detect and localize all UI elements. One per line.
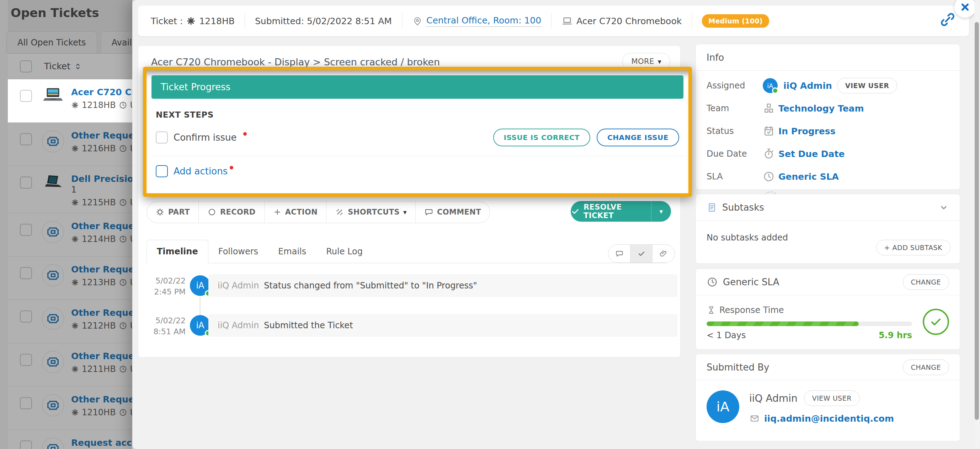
subtasks-list-icon [706,202,717,213]
divider [692,13,692,29]
add-actions-checkbox[interactable] [156,165,168,177]
open-tickets-sidebar: Open Tickets All Open Tickets Available … [0,0,132,449]
due-date-label: Due Date [706,149,763,159]
submitter-email-link[interactable]: iiq.admin@incidentiq.com [764,414,894,424]
avatar: iA [706,390,739,423]
confirm-issue-label: Confirm issue [173,132,237,143]
divider [245,13,245,29]
ticket-number-icon [186,16,196,25]
comment-label: COMMENT [437,208,481,216]
plus-icon [273,208,282,216]
set-due-date-link[interactable]: Set Due Date [778,149,845,159]
view-user-button[interactable]: VIEW USER [837,78,897,94]
ticket-row-id: 1218HB [82,100,116,110]
caret-down-icon: ▾ [403,208,407,216]
resolve-ticket-button[interactable]: RESOLVE TICKET ▾ [571,201,671,222]
ticket-progress-header: Ticket Progress [151,75,683,99]
tab-emails[interactable]: Emails [268,240,316,263]
sla-label: SLA [706,171,763,181]
assigned-user-link[interactable]: iiQ Admin [783,81,832,91]
tab-rule-log[interactable]: Rule Log [316,240,373,263]
timeline-time: 8:51 AM [139,326,186,337]
part-button[interactable]: PART [147,201,199,223]
subtasks-card: Subtasks No subtasks added + ADD SUBTASK [695,194,960,263]
ticket-issue-title: Acer C720 Chromebook - Display > Screen … [151,57,613,68]
avatar-initials: iA [196,281,204,290]
shortcuts-label: SHORTCUTS [348,208,400,216]
comment-icon [424,208,433,217]
change-issue-button[interactable]: CHANGE ISSUE [597,129,679,146]
location-link[interactable]: Central Office, Room: 100 [426,15,541,27]
sla-link[interactable]: Generic SLA [778,171,839,182]
timeline-text: Submitted the Ticket [264,320,353,330]
timeline-date: 5/02/22 [139,275,186,286]
divider [551,13,552,29]
app-root: Open Tickets All Open Tickets Available … [0,0,980,449]
chevron-down-icon[interactable] [939,202,949,213]
divider [402,13,402,29]
ticket-toolbar: PART RECORD ACTION SHORTCUTS ▾ COMMENT [146,201,490,223]
team-label: Team [706,103,763,113]
timeline-filter-group [608,244,675,263]
row-checkbox[interactable] [20,90,32,102]
sla-progress-track [706,322,912,326]
paperclip-icon [659,249,668,258]
timeline-timestamp: 5/02/22 8:51 AM [139,315,186,337]
sla-card-title: Generic SLA [723,277,779,287]
check-icon [571,207,580,216]
confirm-issue-checkbox[interactable] [156,132,168,143]
filter-attachments-button[interactable] [652,245,675,262]
ticket-row-1218HB[interactable]: Acer C720 Chro 1218HBUp [8,79,132,122]
ticket-row-title[interactable]: Acer C720 Chro [71,87,132,97]
info-card-title: Info [706,52,724,63]
timeline-user: iiQ Admin [218,281,259,290]
laptop-icon [562,15,573,27]
check-icon [637,249,646,258]
modal-backdrop [0,0,132,449]
location-pin-icon [412,16,423,26]
avatar: iA [190,315,210,336]
sla-card: Generic SLA CHANGE Response Time < 1 Day… [695,268,960,349]
avatar-initials: iA [196,320,204,330]
filter-comments-button[interactable] [608,245,630,262]
avatar: iA [763,78,778,93]
status-calendar-icon [763,125,775,137]
action-label: ACTION [285,208,318,216]
caret-down-icon: ▾ [658,57,662,65]
action-button[interactable]: ACTION [264,201,327,223]
clock-icon [706,276,718,288]
tab-followers[interactable]: Followers [208,240,268,263]
record-label: RECORD [220,208,256,216]
sla-target: < 1 Days [706,330,746,340]
clock-icon [763,170,775,182]
add-subtask-button[interactable]: + ADD SUBTASK [876,240,950,255]
subtasks-title: Subtasks [722,202,764,213]
shortcuts-button[interactable]: SHORTCUTS ▾ [326,201,416,223]
add-actions-link[interactable]: Add actions [173,166,228,176]
timeline-entry: iiQ Admin Submitted the Ticket [208,314,678,337]
submitted-by-title: Submitted By [706,362,769,373]
caret-down-icon: ▾ [660,208,663,215]
change-sla-button[interactable]: CHANGE [903,274,950,290]
sla-met-check-icon [923,309,949,335]
resolve-dropdown-toggle[interactable]: ▾ [651,201,671,222]
tab-timeline[interactable]: Timeline [146,240,208,263]
issue-is-correct-button[interactable]: ISSUE IS CORRECT [493,129,591,146]
team-link[interactable]: Technology Team [778,103,864,114]
filter-events-button[interactable] [630,245,652,262]
view-user-button[interactable]: VIEW USER [804,390,860,406]
comment-button[interactable]: COMMENT [416,201,490,223]
ticket-number-icon [71,101,79,109]
sla-elapsed: 5.9 hrs [879,330,912,340]
gear-icon [155,208,165,217]
modal-scrollbar[interactable] [974,1,979,448]
timeline-entry: iiQ Admin Status changed from "Submitted… [208,274,678,297]
timeline-timestamp: 5/02/22 2:45 PM [139,275,186,297]
record-button[interactable]: RECORD [199,201,264,223]
change-submitter-button[interactable]: CHANGE [903,360,950,375]
part-label: PART [168,208,190,216]
copy-link-icon[interactable] [939,11,956,28]
scrollbar-thumb[interactable] [975,22,979,420]
more-label: MORE [631,57,654,66]
status-link[interactable]: In Progress [778,126,836,136]
